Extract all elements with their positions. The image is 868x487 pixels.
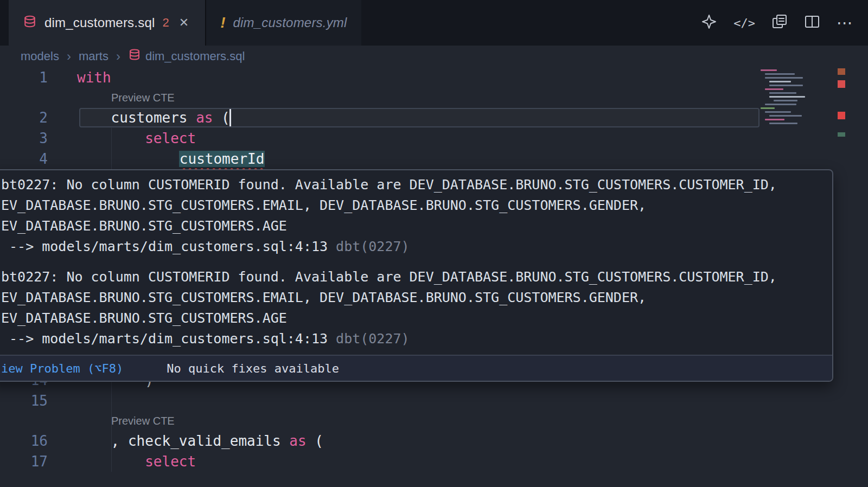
line-number: 1 xyxy=(0,67,48,88)
error-token-customerid: customerId xyxy=(179,151,265,167)
code-line-17[interactable]: 17select xyxy=(0,451,868,472)
crumb-label: marts xyxy=(79,49,108,63)
error-source: dbt(0227) xyxy=(336,239,409,254)
token-keyword: with xyxy=(77,69,111,86)
editor: 1with Preview CTE 2customers as ( 3selec… xyxy=(0,67,868,487)
breadcrumb-file[interactable]: dim_customers.sql xyxy=(128,48,245,65)
crumb-label: dim_customers.sql xyxy=(145,49,245,63)
error-source: dbt(0227) xyxy=(336,331,409,347)
error-text: bt0227: No column CUSTOMERID found. Avai… xyxy=(1,175,832,195)
error-hover-popup: bt0227: No column CUSTOMERID found. Avai… xyxy=(0,169,833,382)
more-actions-icon[interactable]: ⋯ xyxy=(837,15,853,31)
token-text: ( xyxy=(213,110,229,126)
code-line-15[interactable]: 15 xyxy=(0,390,868,411)
hover-status-bar: iew Problem (⌥F8) No quick fixes availab… xyxy=(0,355,832,381)
database-icon xyxy=(23,15,37,31)
error-message-2: bt0227: No column CUSTOMERID found. Avai… xyxy=(1,267,832,349)
warning-icon: ! xyxy=(220,14,225,31)
tab-dim-customers-sql[interactable]: dim_customers.sql 2 ✕ xyxy=(9,0,205,46)
dbt-icon[interactable] xyxy=(701,14,717,32)
hover-messages: bt0227: No column CUSTOMERID found. Avai… xyxy=(0,170,832,349)
line-number: 2 xyxy=(0,107,48,128)
code-line-4[interactable]: 4customerId xyxy=(0,149,868,169)
minimap[interactable] xyxy=(758,67,834,128)
code-line-1[interactable]: 1with xyxy=(0,67,868,88)
editor-toolbar: </> ⋯ xyxy=(701,0,868,46)
chevron-right-icon: › xyxy=(67,49,71,64)
tab-label: dim_customers.yml xyxy=(233,15,347,30)
token-text: ( xyxy=(307,433,323,449)
error-message-1: bt0227: No column CUSTOMERID found. Avai… xyxy=(1,175,832,257)
error-text: bt0227: No column CUSTOMERID found. Avai… xyxy=(1,267,832,287)
codelens-preview-cte[interactable]: Preview CTE xyxy=(111,88,175,107)
copy-table-icon[interactable] xyxy=(771,14,788,32)
token-keyword: select xyxy=(145,453,196,470)
token-text: customers xyxy=(111,110,196,126)
split-editor-icon[interactable] xyxy=(804,14,820,32)
scrollbar[interactable] xyxy=(838,67,845,230)
scroll-mark-change xyxy=(838,132,845,137)
breadcrumb-marts[interactable]: marts xyxy=(79,49,108,63)
error-text: EV_DATABASE.BRUNO.STG_CUSTOMERS.EMAIL, D… xyxy=(1,287,832,308)
database-icon xyxy=(128,48,141,65)
code-preview-icon[interactable]: </> xyxy=(733,16,755,30)
chevron-right-icon: › xyxy=(116,49,120,64)
error-text: EV_DATABASE.BRUNO.STG_CUSTOMERS.EMAIL, D… xyxy=(1,195,832,216)
close-icon[interactable]: ✕ xyxy=(177,15,191,31)
scroll-mark-error xyxy=(838,112,845,119)
error-location: --> models/marts/dim_customers.sql:4:13 … xyxy=(1,329,832,349)
line-number: 4 xyxy=(0,149,48,169)
tab-dim-customers-yml[interactable]: ! dim_customers.yml xyxy=(205,0,361,46)
tab-label: dim_customers.sql xyxy=(44,15,155,30)
crumb-label: models xyxy=(21,49,59,63)
token-keyword: as xyxy=(196,110,213,126)
token-text: , check_valid_emails xyxy=(111,433,290,449)
error-text: EV_DATABASE.BRUNO.STG_CUSTOMERS.AGE xyxy=(1,308,832,329)
error-location-path[interactable]: --> models/marts/dim_customers.sql:4:13 xyxy=(1,239,336,254)
tab-problem-badge: 2 xyxy=(162,16,169,30)
line-number: 16 xyxy=(0,431,48,451)
tab-bar: dim_customers.sql 2 ✕ ! dim_customers.ym… xyxy=(0,0,868,46)
codelens-preview-cte[interactable]: Preview CTE xyxy=(111,411,175,431)
line-number: 3 xyxy=(0,128,48,149)
vscode-window: dim_customers.sql 2 ✕ ! dim_customers.ym… xyxy=(0,0,868,487)
no-quick-fixes-label: No quick fixes available xyxy=(167,362,339,375)
line-number: 15 xyxy=(0,390,48,411)
code-line-3[interactable]: 3select xyxy=(0,128,868,149)
token-keyword: as xyxy=(289,433,306,449)
error-location: --> models/marts/dim_customers.sql:4:13 … xyxy=(1,236,832,257)
code-line-2[interactable]: 2customers as ( xyxy=(0,107,868,128)
breadcrumb-models[interactable]: models xyxy=(21,49,59,63)
error-location-path[interactable]: --> models/marts/dim_customers.sql:4:13 xyxy=(1,331,336,347)
code-line-16[interactable]: 16, check_valid_emails as ( xyxy=(0,431,868,451)
token-keyword: select xyxy=(145,130,196,146)
view-problem-link[interactable]: iew Problem (⌥F8) xyxy=(1,362,123,375)
scroll-mark-error xyxy=(838,80,845,88)
breadcrumb: models › marts › dim_customers.sql xyxy=(0,46,868,67)
line-number: 17 xyxy=(0,451,48,472)
error-text: EV_DATABASE.BRUNO.STG_CUSTOMERS.AGE xyxy=(1,216,832,236)
scroll-mark-warning xyxy=(838,68,845,75)
text-cursor xyxy=(229,109,231,126)
